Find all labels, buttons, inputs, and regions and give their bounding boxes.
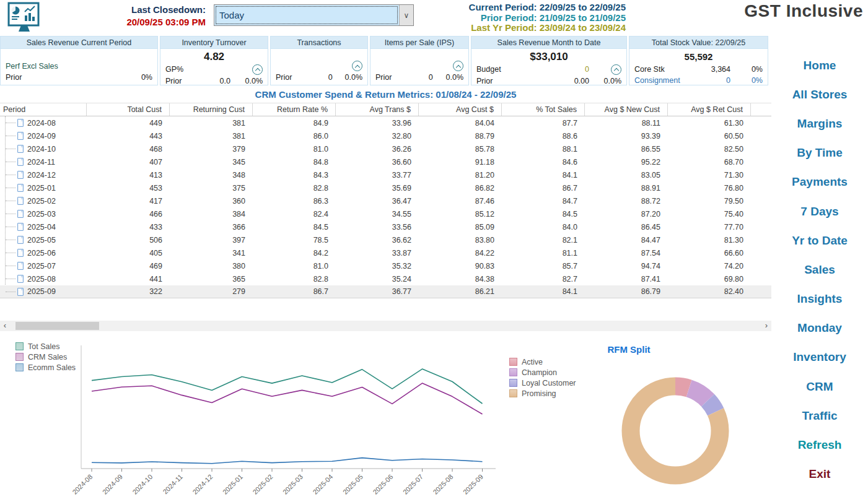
kpi-title: Items per Sale (IPS) [370, 37, 468, 49]
document-icon [17, 158, 24, 166]
sales-line-chart: 2024-082024-092024-102024-112024-122025-… [0, 337, 527, 502]
scroll-left-icon[interactable]: ‹ [1, 321, 9, 331]
value-cell: 86.0 [253, 132, 336, 141]
last-closedown-label: Last Closedown: [68, 4, 206, 16]
column-header-total-cust: Total Cust [87, 103, 170, 116]
value-cell: 360 [170, 197, 253, 206]
value-cell: 84.1 [502, 171, 585, 180]
value-cell: 381 [170, 119, 253, 128]
value-cell: 87.46 [419, 197, 502, 206]
value-cell: 84.2 [253, 249, 336, 257]
prior-label: Prior [165, 76, 187, 87]
value-cell: 379 [170, 145, 253, 154]
trend-up-icon [352, 61, 362, 71]
value-cell: 466 [87, 210, 170, 219]
scroll-right-icon[interactable]: › [762, 321, 771, 331]
value-cell: 407 [87, 158, 170, 167]
consignment-label: Consignment [634, 75, 687, 86]
sidebar-item-payments[interactable]: Payments [771, 168, 868, 197]
table-row[interactable]: 2025-0241736086.336.4787.4684.788.7279.5… [0, 194, 771, 207]
sidebar-item-all-stores[interactable]: All Stores [771, 80, 868, 109]
value-cell: 32.80 [336, 132, 419, 141]
value-cell: 348 [170, 171, 253, 180]
table-row[interactable]: 2025-0346638482.434.5585.1284.587.2075.4… [0, 207, 771, 220]
value-cell: 84.5 [502, 210, 585, 219]
legend-swatch-icon [509, 389, 517, 397]
value-cell: 81.0 [253, 145, 336, 154]
value-cell: 341 [170, 249, 253, 257]
sidebar-item-insights[interactable]: Insights [771, 285, 868, 314]
sidebar-item-7-days[interactable]: 7 Days [771, 197, 868, 226]
sidebar-item-exit[interactable]: Exit [771, 460, 868, 489]
nav-sidebar: HomeAll StoresMarginsBy TimePayments7 Da… [771, 51, 868, 489]
chevron-down-icon[interactable]: ∨ [399, 5, 413, 25]
value-cell: 71.30 [668, 171, 751, 180]
prior-value: 0 [292, 72, 332, 83]
value-cell: 35.69 [336, 184, 419, 193]
x-tick-label: 2024-08 [71, 473, 94, 496]
table-row[interactable]: 2025-0932227986.736.7786.2184.186.7982.4… [0, 285, 771, 298]
table-row[interactable]: 2024-0844938184.933.9684.0487.788.1161.3… [0, 116, 771, 129]
kpi-inventory-turnover: Inventory Turnover 4.82 GP% Prior 0.0 0.… [160, 36, 268, 85]
document-icon [17, 197, 24, 205]
table-row[interactable]: 2024-0944338186.032.8088.7988.693.3960.5… [0, 129, 771, 142]
sidebar-item-traffic[interactable]: Traffic [771, 401, 868, 430]
tree-stub [6, 201, 15, 201]
value-cell: 94.74 [585, 262, 668, 270]
last-closedown-value: 20/09/25 03:09 PM [68, 16, 206, 28]
value-cell: 506 [87, 236, 170, 245]
period-select-value[interactable]: Today [214, 5, 399, 25]
sidebar-item-crm[interactable]: CRM [771, 372, 868, 401]
value-cell: 76.80 [668, 184, 751, 193]
x-tick-label: 2025-03 [281, 473, 304, 496]
value-cell: 91.18 [419, 158, 502, 167]
legend-item: Promising [509, 388, 576, 399]
table-row[interactable]: 2025-0640534184.233.8784.2281.187.5466.6… [0, 246, 771, 259]
x-tick-label: 2024-12 [191, 473, 214, 496]
document-icon [17, 288, 24, 296]
sidebar-item-refresh[interactable]: Refresh [771, 430, 868, 459]
series-crm-sales [92, 383, 483, 414]
period-cell: 2024-08 [27, 119, 56, 128]
x-tick-label: 2025-08 [431, 473, 454, 496]
crm-metrics-table: Period Total Cust Returning Cust Return … [0, 103, 771, 298]
prior-percent: 0.0% [230, 76, 263, 87]
table-row[interactable]: 2024-1241334884.333.7781.2084.183.0571.3… [0, 168, 771, 181]
x-tick-label: 2025-06 [371, 473, 394, 496]
table-row[interactable]: 2024-1140734584.836.6091.1884.695.2268.7… [0, 155, 771, 168]
scrollbar-thumb[interactable] [15, 322, 99, 330]
table-row[interactable]: 2025-0145337582.835.6986.8286.788.9176.8… [0, 181, 771, 194]
kpi-title: Transactions [271, 37, 367, 49]
legend-label: Promising [522, 389, 556, 398]
value-cell: 33.87 [336, 249, 419, 257]
table-row[interactable]: 2025-0550639778.536.6283.8082.184.4781.3… [0, 233, 771, 246]
legend-swatch-icon [509, 379, 517, 387]
sidebar-item-sales[interactable]: Sales [771, 255, 868, 284]
table-row[interactable]: 2025-0746938081.035.3290.8385.794.7474.2… [0, 259, 771, 272]
value-cell: 60.50 [668, 132, 751, 141]
period-select[interactable]: Today ∨ [214, 4, 414, 26]
value-cell: 77.70 [668, 223, 751, 232]
table-row[interactable]: 2024-1046837981.036.2685.7888.186.5582.5… [0, 142, 771, 155]
document-icon [17, 262, 24, 270]
value-cell: 84.9 [253, 119, 336, 128]
table-row[interactable]: 2025-0844136582.835.2484.3882.787.4169.8… [0, 272, 771, 285]
kpi-title: Sales Revenue Current Period [1, 37, 157, 49]
horizontal-scrollbar[interactable]: ‹ › [0, 321, 771, 331]
value-cell: 86.7 [502, 184, 585, 193]
value-cell: 86.55 [585, 145, 668, 154]
sidebar-item-by-time[interactable]: By Time [771, 139, 868, 168]
value-cell: 33.77 [336, 171, 419, 180]
legend-swatch-icon [509, 368, 517, 376]
core-stock-label: Core Stk [634, 64, 687, 75]
document-icon [17, 249, 24, 257]
table-row[interactable]: 2025-0443336684.533.5685.0984.086.4577.7… [0, 220, 771, 233]
value-cell: 84.3 [253, 171, 336, 180]
value-cell: 405 [87, 249, 170, 257]
sidebar-item-home[interactable]: Home [771, 51, 868, 80]
sidebar-item-inventory[interactable]: Inventory [771, 343, 868, 372]
sidebar-item-margins[interactable]: Margins [771, 109, 868, 138]
sidebar-item-yr-to-date[interactable]: Yr to Date [771, 226, 868, 255]
sidebar-item-monday[interactable]: Monday [771, 314, 868, 343]
value-cell: 85.78 [419, 145, 502, 154]
